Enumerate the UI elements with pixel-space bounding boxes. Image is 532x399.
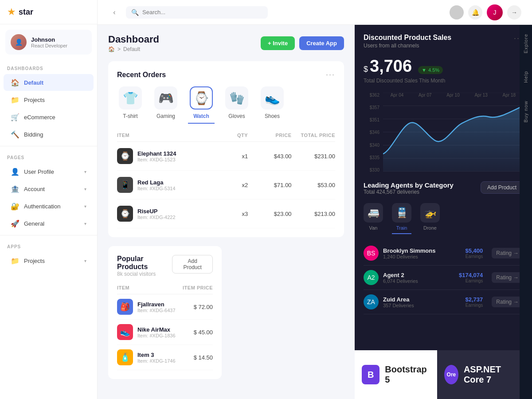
- rating-button[interactable]: Rating →: [492, 297, 523, 307]
- agent-avatar: ZA: [364, 294, 379, 309]
- sidebar-item-projects-app[interactable]: 📁 Projects ▾: [4, 252, 94, 269]
- sidebar-item-label: Default: [24, 79, 86, 86]
- tab-gaming[interactable]: 🎮 Gaming: [153, 86, 179, 124]
- agent-earnings: $2,737: [466, 296, 483, 303]
- sidebar-item-default[interactable]: 🏠 Default: [4, 74, 94, 91]
- projects-app-icon: 📁: [11, 256, 20, 265]
- buy-now-label[interactable]: Buy now: [520, 92, 531, 131]
- right-panel: Discounted Product Sales Users from all …: [355, 25, 532, 399]
- tab-van-label: Van: [369, 225, 378, 231]
- breadcrumb-current: Default: [123, 46, 140, 52]
- qty-cell: x2: [204, 182, 248, 188]
- default-icon: 🏠: [11, 78, 20, 87]
- sidebar-item-label: Account: [24, 186, 80, 192]
- item-cell: 🧴 Item 3 Item: #XDG-1746: [117, 349, 181, 365]
- topbar-arrow-button[interactable]: →: [507, 5, 521, 20]
- chevron-down-icon: ▾: [84, 258, 86, 263]
- item-sku: Item: #XDG-6437: [137, 308, 176, 313]
- item-cell: 👟 Nike AirMax Item: #XDG-1836: [117, 324, 181, 340]
- agent-name: Agent 2: [383, 272, 418, 278]
- agent-info: Agent 2 6,074 Deliveries: [383, 272, 418, 284]
- y-label: $330: [364, 168, 379, 172]
- currency-symbol: $: [364, 65, 368, 74]
- qty-cell: x1: [204, 153, 248, 160]
- agent-deliveries: 357 Deliveries: [383, 303, 414, 308]
- tab-watch[interactable]: ⌚ Watch: [188, 86, 215, 124]
- add-product-leading-button[interactable]: Add Product: [481, 181, 523, 194]
- disc-title-area: Discounted Product Sales Users from all …: [364, 34, 451, 56]
- tab-train[interactable]: 🚆 Train: [392, 203, 411, 234]
- chart-y-labels: $362 $357 $351 $346 $340 $335 $330: [364, 93, 379, 172]
- chevron-down-icon: ▾: [84, 169, 86, 174]
- sidebar-item-label: eCommerce: [24, 114, 86, 121]
- promo-bootstrap: B Bootstrap 5: [355, 350, 437, 399]
- logo-text: star: [19, 8, 33, 17]
- sidebar-item-general[interactable]: 🚀 General ▾: [4, 215, 94, 232]
- search-input[interactable]: [142, 9, 262, 16]
- help-label[interactable]: Help: [520, 62, 531, 92]
- tab-tshirt[interactable]: 👕 T-shirt: [117, 86, 144, 124]
- sidebar-item-ecommerce[interactable]: 🛒 eCommerce: [4, 109, 94, 125]
- tab-drone[interactable]: 🚁 Drone: [420, 203, 440, 234]
- tab-van[interactable]: 🚐 Van: [364, 203, 383, 234]
- sidebar-user[interactable]: 👤 Johnson React Developer: [5, 30, 92, 55]
- table-row: 📱 Red Laga Item: #XDG-5314 x2 $71.00 $53…: [117, 171, 335, 200]
- shoes-icon: 👟: [261, 86, 284, 110]
- sidebar-item-bidding[interactable]: 🔨 Bidding: [4, 126, 94, 143]
- rating-button[interactable]: Rating →: [492, 272, 523, 283]
- topbar-avatar-placeholder[interactable]: [450, 5, 464, 20]
- agent-deliveries: 6,074 Deliveries: [383, 278, 418, 284]
- table-row: ⌚ RiseUP Item: #XDG-4222 x3 $23.00 $213.…: [117, 200, 335, 228]
- tab-shoes[interactable]: 👟 Shoes: [259, 86, 286, 124]
- agent-earnings-label: Earnings: [466, 254, 483, 259]
- badge-value: 4.5%: [428, 67, 439, 73]
- rating-label: Rating: [496, 274, 512, 281]
- aspnet-icon: Ore: [444, 365, 458, 384]
- agent-earnings-area: $2,737 Earnings: [466, 296, 483, 308]
- ecommerce-icon: 🛒: [11, 113, 20, 121]
- sidebar-item-projects[interactable]: 📁 Projects: [4, 91, 94, 108]
- item-name: Red Laga: [137, 179, 176, 186]
- rating-button[interactable]: Rating →: [492, 248, 523, 258]
- popular-products-subtitle: 8k social visitors: [117, 271, 172, 277]
- leading-agents-header: Leading Agents by Category Total 424,567…: [364, 181, 523, 201]
- agent-name: Zuid Area: [383, 296, 414, 303]
- item-name: Item 3: [137, 352, 176, 358]
- cat-gaming-label: Gaming: [156, 113, 175, 119]
- sidebar-item-account[interactable]: 🏦 Account ▾: [4, 180, 94, 197]
- rating-label: Rating: [496, 299, 512, 305]
- create-app-button[interactable]: Create App: [299, 36, 344, 50]
- sidebar-apps-section: APPS 📁 Projects ▾: [0, 238, 97, 270]
- invite-button[interactable]: + Invite: [261, 36, 295, 50]
- dashboards-label: DASHBOARDS: [0, 60, 97, 74]
- disc-subtitle: Users from all channels: [364, 43, 451, 49]
- col-price: PRICE: [248, 133, 291, 138]
- explore-label[interactable]: Explore: [520, 25, 531, 62]
- agent-row: A2 Agent 2 6,074 Deliveries $174,074 Ear…: [364, 266, 523, 290]
- arrow-icon: →: [513, 250, 519, 256]
- header-actions: + Invite Create App: [261, 36, 344, 50]
- watch-icon: ⌚: [190, 86, 213, 110]
- add-product-button[interactable]: Add Product: [172, 255, 213, 274]
- recent-orders-menu[interactable]: ···: [326, 70, 335, 79]
- sidebar-logo: ★ star: [0, 0, 97, 24]
- sidebar-item-label: Authentication: [24, 203, 80, 210]
- y-label: $340: [364, 143, 379, 148]
- notification-button[interactable]: 🔔: [468, 5, 482, 20]
- item-cell: 📱 Red Laga Item: #XDG-5314: [117, 177, 204, 193]
- bidding-icon: 🔨: [11, 130, 20, 139]
- sidebar-item-user-profile[interactable]: 👤 User Profile ▾: [4, 163, 94, 180]
- tab-gloves[interactable]: 🧤 Gloves: [223, 86, 250, 124]
- collapse-button[interactable]: ‹: [108, 6, 121, 19]
- topbar-user-avatar[interactable]: J: [487, 4, 503, 20]
- sidebar-item-label: General: [24, 220, 80, 227]
- authentication-icon: 🔐: [11, 202, 20, 211]
- sidebar-item-authentication[interactable]: 🔐 Authentication ▾: [4, 198, 94, 215]
- apps-label: APPS: [0, 238, 97, 252]
- price-cell: $ 72.00: [181, 304, 213, 310]
- col-total: TOTAL PRICE: [292, 133, 335, 138]
- van-icon: 🚐: [364, 203, 383, 223]
- orders-table: ITEM QTY PRICE TOTAL PRICE ⌚ Elephant 13…: [117, 133, 335, 228]
- breadcrumb-home-icon: 🏠: [108, 46, 115, 52]
- page-header: Dashboard 🏠 > Default + Invite Create Ap…: [108, 34, 344, 52]
